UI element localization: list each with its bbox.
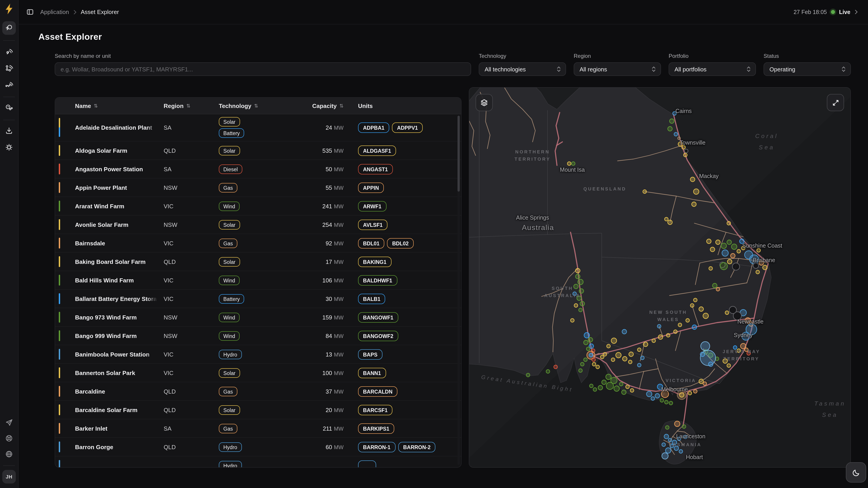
unit-pill[interactable]: ANGAST1: [358, 164, 393, 174]
unit-pill[interactable]: BARRON-1: [358, 442, 395, 452]
chevron-right-icon: [73, 10, 76, 14]
unit-pill[interactable]: BARCSF1: [358, 404, 393, 415]
status-filter[interactable]: Operating: [764, 62, 851, 76]
map-layers-button[interactable]: [475, 94, 493, 111]
asset-marker: [577, 296, 581, 300]
sidebar-toggle-button[interactable]: [23, 5, 37, 19]
gear-icon: [5, 143, 13, 151]
sidebar-item-asset-explorer[interactable]: [2, 21, 16, 35]
table-row[interactable]: Appin Power PlantNSWGas55MWAPPIN: [55, 178, 461, 197]
asset-marker: [737, 250, 741, 253]
table-scrollbar[interactable]: [458, 116, 460, 465]
table-row[interactable]: Avonlie Solar FarmNSWSolar254MWAVLSF1: [55, 216, 461, 234]
technology-filter-label: Technology: [479, 53, 566, 59]
sidebar-item-feedback[interactable]: [2, 416, 16, 429]
asset-marker: [745, 348, 748, 352]
unit-pill[interactable]: BALDHWF1: [358, 275, 397, 285]
search-input[interactable]: [55, 62, 471, 76]
unit-pill[interactable]: ALDGASF1: [358, 145, 396, 156]
breadcrumb-app[interactable]: Application: [40, 8, 69, 15]
asset-name: Barcaldine Solar Farm: [75, 406, 158, 413]
asset-marker: [693, 390, 697, 393]
unit-pill[interactable]: ADPBA1: [358, 122, 390, 133]
column-header-technology[interactable]: Technology⇅: [219, 102, 289, 109]
unit-pill[interactable]: [358, 460, 376, 467]
technology-pill: Diesel: [219, 164, 242, 174]
sidebar-item-language[interactable]: [2, 447, 16, 461]
region-filter[interactable]: All regions: [574, 62, 661, 76]
unit-pill[interactable]: BANGOWF1: [358, 312, 398, 322]
user-avatar[interactable]: JH: [2, 470, 16, 484]
unit-pill[interactable]: BARRON-2: [398, 442, 435, 452]
map-panel[interactable]: NORTHERNTERRITORY QUEENSLAND SOUTHAUSTRA…: [469, 87, 851, 468]
column-header-capacity[interactable]: Capacity⇅: [289, 102, 344, 109]
column-header-region[interactable]: Region⇅: [164, 102, 219, 109]
asset-marker: [606, 382, 614, 390]
column-header-name[interactable]: Name⇅: [75, 102, 164, 109]
asset-marker: [588, 337, 593, 342]
asset-marker: [664, 434, 669, 439]
table-row[interactable]: Bald Hills Wind FarmVICWind106MWBALDHWF1: [55, 271, 461, 290]
map-expand-button[interactable]: [827, 94, 844, 111]
unit-pill[interactable]: BDL01: [358, 238, 384, 248]
sidebar-item-live-signals[interactable]: [2, 44, 16, 58]
table-row[interactable]: Hydro: [55, 456, 461, 467]
unit-pill[interactable]: BAPS: [358, 349, 382, 359]
asset-region: VIC: [164, 203, 219, 209]
asset-marker: [662, 453, 668, 459]
unit-pill[interactable]: BARKIPS1: [358, 423, 394, 433]
asset-marker: [722, 250, 728, 256]
table-row[interactable]: Ballarat Battery Energy StorageVICBatter…: [55, 290, 461, 308]
asset-marker: [574, 304, 578, 307]
technology-pill: Hydro: [219, 350, 242, 359]
asset-marker: [611, 358, 615, 361]
table-row[interactable]: Bannerton Solar ParkVICSolar100MWBANN1: [55, 364, 461, 382]
asset-marker: [668, 220, 672, 225]
sidebar-item-settings[interactable]: [2, 140, 16, 154]
sidebar-item-asset-map[interactable]: [2, 101, 16, 114]
table-row[interactable]: Bango 999 Wind FarmNSWWind84MWBANGOWF2: [55, 327, 461, 345]
unit-pill[interactable]: BAKING1: [358, 256, 392, 267]
unit-pill[interactable]: ADPPV1: [392, 122, 423, 133]
table-row[interactable]: Baking Board Solar FarmQLDSolar17MWBAKIN…: [55, 253, 461, 271]
technology-filter[interactable]: All technologies: [479, 62, 566, 76]
table-row[interactable]: Barcaldine Solar FarmQLDSolar20MWBARCSF1: [55, 401, 461, 419]
unit-pill[interactable]: BALB1: [358, 293, 385, 304]
unit-pill[interactable]: AVLSF1: [358, 219, 388, 230]
table-row[interactable]: BarcaldineQLDGas37MWBARCALDN: [55, 382, 461, 401]
asset-marker: [756, 270, 760, 274]
sidebar-item-activity[interactable]: [2, 78, 16, 91]
table-row[interactable]: BairnsdaleVICGas92MWBDL01BDL02: [55, 234, 461, 253]
live-chevron-icon[interactable]: [855, 9, 858, 14]
asset-marker: [747, 352, 750, 355]
asset-marker: [581, 362, 584, 366]
asset-marker: [753, 263, 758, 268]
row-accent-bar: [59, 312, 60, 323]
unit-pill[interactable]: BDL02: [387, 238, 414, 248]
table-row[interactable]: Ararat Wind FarmVICWind241MWARWF1: [55, 197, 461, 216]
asset-region: VIC: [164, 295, 219, 302]
technology-pill: Gas: [219, 387, 237, 396]
sidebar-item-network[interactable]: [2, 61, 16, 74]
unit-pill[interactable]: ARWF1: [358, 201, 386, 211]
theme-toggle-button[interactable]: [846, 462, 866, 483]
asset-marker: [602, 380, 606, 385]
unit-pill[interactable]: BARCALDN: [358, 386, 397, 396]
table-row[interactable]: Banimboola Power StationVICHydro13MWBAPS: [55, 345, 461, 364]
send-icon: [5, 418, 13, 427]
status-filter-label: Status: [764, 53, 851, 59]
asset-name: Baking Board Solar Farm: [75, 258, 158, 265]
globe-icon: [5, 450, 13, 458]
unit-pill[interactable]: APPIN: [358, 182, 384, 193]
table-row[interactable]: Barker InletSAGas211MWBARKIPS1: [55, 419, 461, 438]
table-row[interactable]: Barron GorgeQLDHydro60MWBARRON-1BARRON-2: [55, 438, 461, 456]
table-row[interactable]: Adelaide Desalination PlantSASolarBatter…: [55, 114, 461, 141]
table-row[interactable]: Aldoga Solar FarmQLDSolar535MWALDGASF1: [55, 141, 461, 160]
unit-pill[interactable]: BANGOWF2: [358, 330, 398, 341]
sidebar-item-export[interactable]: [2, 124, 16, 137]
table-row[interactable]: Angaston Power StationSADiesel50MWANGAST…: [55, 160, 461, 178]
sidebar-item-support[interactable]: [2, 431, 16, 445]
table-row[interactable]: Bango 973 Wind FarmNSWWind159MWBANGOWF1: [55, 308, 461, 327]
portfolio-filter[interactable]: All portfolios: [669, 62, 756, 76]
unit-pill[interactable]: BANN1: [358, 367, 386, 378]
